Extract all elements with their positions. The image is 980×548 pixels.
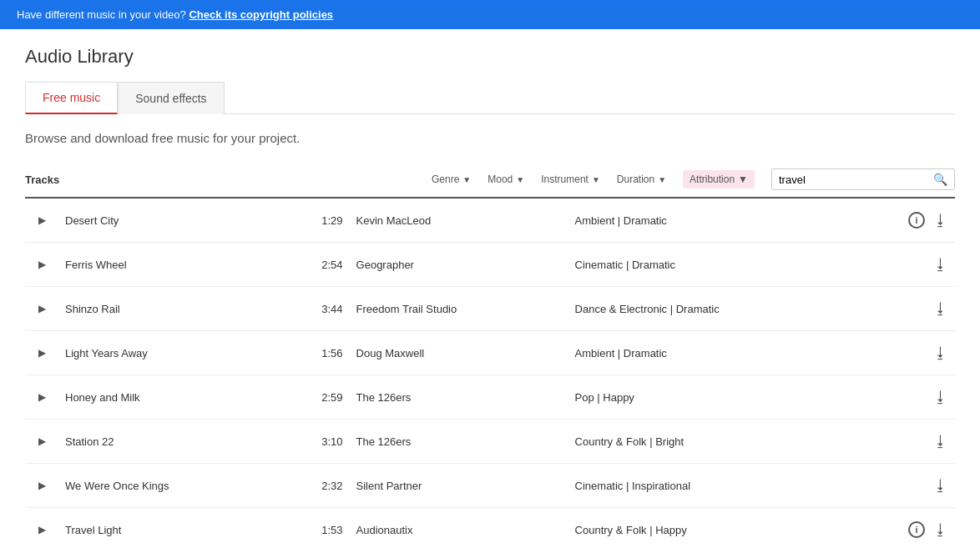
table-row[interactable]: ▶Honey and Milk2:59The 126ersPop | Happy… bbox=[25, 375, 955, 420]
track-actions: i⭳ bbox=[895, 521, 948, 539]
track-actions: ⭳ bbox=[895, 389, 948, 406]
download-icon[interactable]: ⭳ bbox=[933, 389, 948, 406]
track-artist: Doug Maxwell bbox=[350, 331, 568, 375]
track-tags: Pop | Happy bbox=[568, 375, 888, 420]
track-name: Desert City bbox=[58, 199, 283, 243]
play-button[interactable]: ▶ bbox=[32, 387, 52, 407]
track-tags: Cinematic | Dramatic bbox=[568, 243, 888, 287]
track-tags: Ambient | Dramatic bbox=[568, 331, 888, 375]
track-tags: Ambient | Dramatic bbox=[568, 199, 888, 243]
mood-label: Mood bbox=[487, 173, 513, 185]
table-row[interactable]: ▶Ferris Wheel2:54GeographerCinematic | D… bbox=[25, 243, 955, 287]
attribution-label: Attribution bbox=[690, 173, 735, 185]
play-button[interactable]: ▶ bbox=[32, 254, 52, 274]
track-duration: 1:53 bbox=[283, 508, 349, 549]
attribution-filter[interactable]: Attribution ▼ bbox=[683, 170, 755, 189]
table-row[interactable]: ▶We Were Once Kings2:32Silent PartnerCin… bbox=[25, 464, 955, 508]
genre-label: Genre bbox=[432, 173, 459, 185]
track-actions: ⭳ bbox=[895, 300, 948, 318]
track-artist: Audionautix bbox=[350, 508, 568, 549]
track-name: Honey and Milk bbox=[58, 375, 283, 420]
table-row[interactable]: ▶Light Years Away1:56Doug MaxwellAmbient… bbox=[25, 331, 955, 375]
mood-filter[interactable]: Mood ▼ bbox=[487, 173, 524, 185]
track-tags: Country & Folk | Happy bbox=[568, 508, 888, 549]
track-name: We Were Once Kings bbox=[58, 464, 283, 508]
filter-row: Tracks Genre ▼ Mood ▼ Instrument ▼ Durat… bbox=[25, 162, 955, 199]
instrument-chevron-icon: ▼ bbox=[592, 175, 600, 184]
tabs-container: Free music Sound effects bbox=[25, 81, 955, 114]
download-icon[interactable]: ⭳ bbox=[933, 477, 948, 495]
track-artist: The 126ers bbox=[350, 420, 568, 464]
track-actions: ⭳ bbox=[895, 344, 948, 362]
instrument-label: Instrument bbox=[541, 173, 589, 185]
track-artist: Geographer bbox=[350, 243, 568, 287]
genre-filter[interactable]: Genre ▼ bbox=[432, 173, 471, 185]
filter-tracks-label: Tracks bbox=[25, 173, 192, 186]
banner-text: Have different music in your video? bbox=[17, 8, 186, 21]
top-banner: Have different music in your video? Chec… bbox=[0, 0, 980, 29]
play-button[interactable]: ▶ bbox=[32, 210, 52, 230]
search-box: 🔍 bbox=[771, 168, 955, 190]
track-duration: 2:32 bbox=[283, 464, 349, 508]
track-artist: Kevin MacLeod bbox=[350, 199, 568, 243]
download-icon[interactable]: ⭳ bbox=[933, 300, 948, 318]
track-duration: 1:29 bbox=[283, 199, 349, 243]
track-artist: The 126ers bbox=[350, 375, 568, 420]
tab-free-music[interactable]: Free music bbox=[25, 82, 118, 114]
info-icon[interactable]: i bbox=[908, 212, 925, 229]
track-duration: 2:54 bbox=[283, 243, 349, 287]
track-actions: ⭳ bbox=[895, 433, 948, 450]
track-artist: Silent Partner bbox=[350, 464, 568, 508]
duration-filter[interactable]: Duration ▼ bbox=[617, 173, 666, 185]
play-button[interactable]: ▶ bbox=[32, 475, 52, 495]
search-icon[interactable]: 🔍 bbox=[933, 173, 947, 186]
table-row[interactable]: ▶Desert City1:29Kevin MacLeodAmbient | D… bbox=[25, 199, 955, 243]
track-tags: Cinematic | Inspirational bbox=[568, 464, 888, 508]
table-wrapper[interactable]: ▶Desert City1:29Kevin MacLeodAmbient | D… bbox=[25, 199, 955, 548]
track-actions: ⭳ bbox=[895, 256, 948, 274]
track-duration: 3:10 bbox=[283, 420, 349, 464]
table-row[interactable]: ▶Shinzo Rail3:44Freedom Trail StudioDanc… bbox=[25, 287, 955, 331]
track-actions: i⭳ bbox=[895, 212, 948, 229]
track-actions: ⭳ bbox=[895, 477, 948, 495]
play-button[interactable]: ▶ bbox=[32, 343, 52, 363]
track-tags: Country & Folk | Bright bbox=[568, 420, 888, 464]
duration-label: Duration bbox=[617, 173, 654, 185]
music-table: ▶Desert City1:29Kevin MacLeodAmbient | D… bbox=[25, 199, 955, 548]
attribution-chevron-icon: ▼ bbox=[738, 173, 748, 185]
page-title: Audio Library bbox=[25, 46, 955, 68]
download-icon[interactable]: ⭳ bbox=[933, 433, 948, 450]
track-name: Light Years Away bbox=[58, 331, 283, 375]
instrument-filter[interactable]: Instrument ▼ bbox=[541, 173, 600, 185]
tab-sound-effects[interactable]: Sound effects bbox=[118, 82, 224, 114]
track-tags: Dance & Electronic | Dramatic bbox=[568, 287, 888, 331]
play-button[interactable]: ▶ bbox=[32, 299, 52, 319]
track-name: Shinzo Rail bbox=[58, 287, 283, 331]
genre-chevron-icon: ▼ bbox=[462, 175, 471, 184]
search-input[interactable] bbox=[779, 173, 933, 186]
track-name: Ferris Wheel bbox=[58, 243, 283, 287]
subtitle: Browse and download free music for your … bbox=[25, 131, 955, 145]
track-artist: Freedom Trail Studio bbox=[350, 287, 568, 331]
track-name: Station 22 bbox=[58, 420, 283, 464]
table-row[interactable]: ▶Travel Light1:53AudionautixCountry & Fo… bbox=[25, 508, 955, 549]
download-icon[interactable]: ⭳ bbox=[933, 521, 948, 539]
download-icon[interactable]: ⭳ bbox=[933, 212, 948, 229]
play-button[interactable]: ▶ bbox=[32, 520, 52, 540]
info-icon[interactable]: i bbox=[908, 521, 925, 538]
track-duration: 1:56 bbox=[283, 331, 349, 375]
mood-chevron-icon: ▼ bbox=[516, 175, 524, 184]
table-row[interactable]: ▶Station 223:10The 126ersCountry & Folk … bbox=[25, 420, 955, 464]
track-duration: 2:59 bbox=[283, 375, 349, 420]
track-duration: 3:44 bbox=[283, 287, 349, 331]
track-name: Travel Light bbox=[58, 508, 283, 549]
play-button[interactable]: ▶ bbox=[32, 431, 52, 451]
download-icon[interactable]: ⭳ bbox=[933, 256, 948, 274]
main-content: Audio Library Free music Sound effects B… bbox=[0, 29, 980, 548]
download-icon[interactable]: ⭳ bbox=[933, 344, 948, 362]
duration-chevron-icon: ▼ bbox=[658, 175, 666, 184]
banner-link[interactable]: Check its copyright policies bbox=[189, 8, 333, 21]
